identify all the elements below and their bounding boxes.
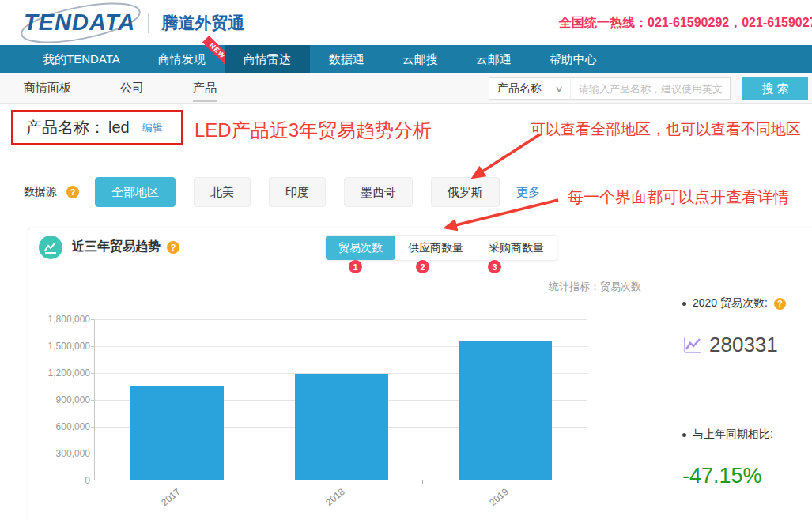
search-button[interactable]: 搜 索: [742, 77, 808, 100]
region-button-russia[interactable]: 俄罗斯: [431, 177, 500, 207]
search-category-value: 产品名称: [497, 81, 542, 96]
edit-link[interactable]: 编辑: [142, 121, 163, 135]
bar-columns: 2017 2018 2019: [95, 319, 587, 480]
y-tick: 300,000: [56, 448, 90, 459]
nav-item-datahub[interactable]: 数据通: [310, 45, 383, 73]
y-tick: 1,200,000: [48, 367, 90, 379]
more-regions-link[interactable]: 更多: [516, 185, 540, 200]
chevron-down-icon: ∨: [554, 84, 563, 94]
sub-nav: 商情面板 公司 产品 产品名称 ∨ 搜 索: [0, 73, 812, 104]
bullet-dot: [682, 302, 686, 306]
annotation-regions-note: 可以查看全部地区，也可以查看不同地区: [531, 119, 801, 140]
stat-label: 与上年同期相比:: [693, 428, 773, 442]
nav-item-mail[interactable]: 云邮通: [457, 45, 531, 73]
product-name-box: 产品名称： led 编辑: [11, 110, 183, 145]
tendata-logo[interactable]: TENDATA: [24, 9, 135, 36]
y-tick: 900,000: [56, 394, 90, 405]
help-icon[interactable]: ?: [167, 241, 179, 254]
tab-buyer-count[interactable]: 采购商数量: [476, 236, 557, 260]
metric-tabs: 贸易次数 供应商数量 采购商数量: [325, 235, 557, 261]
subnav-item-product[interactable]: 产品: [193, 73, 217, 104]
y-tick: 1,500,000: [48, 341, 90, 352]
data-source-label: 数据源: [24, 185, 57, 199]
hotline-text: 全国统一热线：021-61590292，021-61590275: [559, 15, 812, 32]
chart-indicator-label: 统计指标：贸易次数: [549, 280, 641, 294]
nav-item-mail-search[interactable]: 云邮搜: [383, 45, 457, 73]
y-axis-ticks: 1,800,000 1,500,000 1,200,000 900,000 60…: [28, 319, 90, 480]
annotation-marker-1: 1: [349, 260, 362, 273]
nav-item-radar[interactable]: 商情雷达: [225, 45, 310, 73]
annotation-headline: LED产品近3年贸易趋势分析: [195, 118, 432, 143]
region-button-north-america[interactable]: 北美: [194, 177, 251, 207]
brand-name: 腾道外贸通: [161, 12, 244, 34]
logo-text: TENDATA: [24, 9, 135, 36]
x-axis-label-2017: 2017: [159, 486, 182, 508]
trend-line-icon: [682, 336, 703, 355]
bar-chart-plot: 2017 2018 2019: [94, 319, 587, 480]
nav-item-help-center[interactable]: 帮助中心: [531, 45, 616, 73]
subnav-item-label: 产品: [193, 81, 217, 96]
nav-item-label: 云邮搜: [402, 52, 438, 67]
bar-column-2019: 2019: [423, 319, 587, 480]
trade-count-number: 280331: [709, 333, 778, 357]
stat-yoy-compare: 与上年同期相比:: [682, 428, 773, 442]
nav-item-label: 帮助中心: [550, 52, 597, 67]
nav-item-label: 商情雷达: [244, 52, 291, 67]
bullet-dot: [682, 433, 686, 437]
line-chart-icon: [39, 236, 62, 259]
x-axis-label-2019: 2019: [487, 486, 510, 508]
region-button-all[interactable]: 全部地区: [95, 177, 176, 207]
brand-separator: [148, 13, 149, 33]
nav-item-label: 数据通: [329, 52, 364, 67]
stat-2020-value: 280331: [682, 333, 778, 357]
bar-column-2017: 2017: [95, 319, 259, 480]
search-category-select[interactable]: 产品名称 ∨: [489, 77, 571, 100]
filter-row: 数据源 ? 全部地区 北美 印度 墨西哥 俄罗斯 更多: [24, 177, 540, 207]
yoy-percent-value: -47.15%: [682, 464, 762, 488]
help-icon[interactable]: ?: [774, 298, 786, 310]
x-axis-label-2018: 2018: [323, 486, 346, 508]
top-header: TENDATA 腾道外贸通 全国统一热线：021-61590292，021-61…: [0, 0, 812, 45]
search-group: 产品名称 ∨ 搜 索: [489, 77, 808, 100]
annotation-marker-2: 2: [416, 260, 429, 273]
nav-item-label: 商情发现: [158, 52, 206, 67]
region-button-mexico[interactable]: 墨西哥: [344, 177, 413, 207]
stat-label: 2020 贸易次数:: [693, 296, 768, 311]
y-tick: 1,800,000: [48, 314, 90, 325]
annotation-arrow-regions: [474, 134, 540, 177]
subnav-item-company[interactable]: 公司: [120, 73, 144, 104]
subnav-item-label: 公司: [120, 81, 144, 96]
annotation-marker-3: 3: [488, 260, 501, 273]
panel-divider: [670, 267, 670, 520]
y-tick: 600,000: [56, 421, 90, 432]
page: TENDATA 腾道外贸通 全国统一热线：021-61590292，021-61…: [0, 0, 812, 520]
nav-item-label: 我的TENDATA: [43, 52, 120, 67]
bar-2018[interactable]: [295, 374, 388, 480]
bar-2019[interactable]: [459, 341, 552, 480]
stat-2020-trade-count: 2020 贸易次数: ?: [682, 296, 786, 311]
main-nav: 我的TENDATA 商情发现 NEW 商情雷达 数据通 云邮搜 云邮通 帮助中心: [0, 45, 812, 73]
subnav-item-dashboard[interactable]: 商情面板: [24, 73, 71, 104]
nav-item-my-tendata[interactable]: 我的TENDATA: [24, 45, 139, 73]
help-icon[interactable]: ?: [66, 186, 79, 198]
search-input[interactable]: [570, 77, 731, 100]
bar-column-2018: 2018: [259, 319, 424, 480]
trend-card: 近三年贸易趋势 ? 贸易次数 供应商数量 采购商数量 1 2 3 统计指标：贸易…: [28, 228, 812, 520]
nav-item-label: 云邮通: [476, 52, 512, 67]
annotation-detail-note: 每一个界面都可以点开查看详情: [568, 187, 789, 208]
product-name-value: led: [108, 119, 130, 137]
region-buttons: 全部地区 北美 印度 墨西哥 俄罗斯: [95, 177, 518, 207]
region-button-india[interactable]: 印度: [269, 177, 326, 207]
subnav-item-label: 商情面板: [24, 81, 71, 96]
nav-item-discovery[interactable]: 商情发现 NEW: [139, 45, 225, 73]
trend-card-title: 近三年贸易趋势: [72, 239, 161, 255]
product-name-label: 产品名称：: [26, 117, 105, 138]
tab-supplier-count[interactable]: 供应商数量: [395, 236, 476, 260]
y-tick: 0: [85, 475, 90, 486]
bar-2017[interactable]: [130, 386, 224, 480]
tab-trade-count[interactable]: 贸易次数: [326, 236, 395, 260]
